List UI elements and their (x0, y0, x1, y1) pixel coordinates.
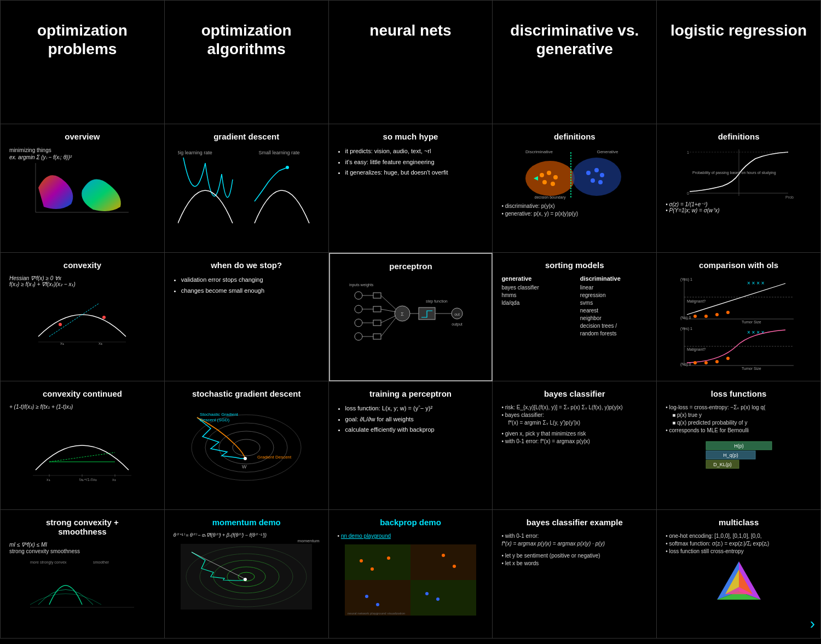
r3c5-visual-bottom: (Yes) 1 (No) 0 Tumor Size Malignant? × ×… (666, 324, 812, 371)
svg-text:x₂: x₂ (99, 341, 102, 346)
r3c2-bullets: validation error stops changing changes … (174, 275, 320, 295)
r5c1-f1: mI ≤ ∇²f(x) ≤ MI (9, 542, 155, 548)
cell-r4c2: stochastic gradient descent Stochastic G… (165, 381, 329, 510)
main-grid: optimization problems optimization algor… (0, 0, 821, 639)
cell-r4c3: training a perceptron loss function: L(x… (329, 381, 493, 510)
svg-point-38 (355, 319, 362, 327)
r4c4-b3: f*(x) = argmin Σᵧ L(y, y')p(y'|x) (508, 419, 647, 427)
svg-point-85 (726, 357, 730, 360)
r3c1-f2: f(x₂) ≥ f(x₁) + ∇f(x₁)(x₂ − x₁) (9, 281, 155, 287)
svg-point-133 (365, 595, 368, 598)
r5c1-visual: x more strongly convex smoother (9, 555, 155, 610)
svg-text:Descent (SGD): Descent (SGD) (200, 417, 230, 422)
svg-rect-124 (345, 580, 410, 616)
cell-r2c3: so much hype it predicts: vision, audio,… (329, 124, 493, 253)
svg-text:Probability of passing based o: Probability of passing based on hours of… (692, 171, 776, 175)
r5c5-visual (666, 559, 812, 608)
cell-r2c2: gradient descent Big learning rate Small… (165, 124, 329, 253)
cell-r3c3: perceptron inputs weights (329, 253, 493, 381)
r4c2-title: stochastic gradient descent (174, 389, 320, 398)
r4c3-b1: loss function: L(x, y; w) = (yˆ− y)² (345, 404, 484, 414)
r2c4-b1: • discriminative: p(y|x) (501, 202, 647, 210)
cell-r1c4: discriminative vs. generative (493, 1, 657, 124)
r4c3-bullets: loss function: L(x, y; w) = (yˆ− y)² goa… (338, 404, 484, 435)
r3c4-gen-item3: lda/qda (501, 299, 569, 307)
r3c4-gen-item2: hmms (501, 292, 569, 299)
svg-text:Big learning rate: Big learning rate (178, 150, 212, 155)
r3c3-title: perceptron (339, 262, 483, 271)
r3c4-disc-item6: decision trees / (580, 322, 647, 330)
svg-text:1: 1 (687, 150, 689, 154)
cell-r1c3: neural nets (329, 1, 493, 124)
svg-text:× × × ×: × × × × (747, 329, 765, 335)
svg-point-13 (572, 158, 621, 196)
svg-point-132 (436, 597, 440, 601)
r4c5-b3: ■ q(x) predicted probability of y (672, 419, 812, 427)
header-title-5: logistic regression (670, 10, 807, 40)
r3c4-disc-item4: nearest (580, 307, 647, 315)
svg-point-72 (715, 313, 719, 316)
svg-rect-123 (410, 544, 476, 580)
svg-point-8 (540, 173, 544, 177)
svg-point-95 (192, 415, 301, 480)
r5c3-link[interactable]: nn demo playground (341, 533, 391, 539)
r5c2-visual (174, 544, 320, 610)
next-arrow[interactable]: › (810, 615, 815, 633)
r2c5-f2: • P(Y=1|x; w) = σ(wᵀx) (666, 207, 812, 213)
svg-point-17 (591, 178, 595, 183)
r4c1-f1: + (1-t)f(x₂) ≥ f(tx₁ + (1-t)x₂) (9, 404, 155, 410)
svg-point-134 (376, 603, 379, 606)
r3c4-disc-item2: regression (580, 292, 647, 299)
r4c4-title: bayes classifier (501, 389, 647, 398)
r4c5-b2: ■ p(x) true y (672, 411, 812, 419)
svg-text:(No) 0: (No) 0 (680, 316, 691, 320)
r2c5-f1: • σ(z) = 1/(1+e⁻ᶻ) (666, 201, 812, 207)
r5c2-title: momentum demo (174, 518, 320, 527)
svg-point-16 (600, 173, 604, 177)
r5c4-b3: • let y be sentiment (positive or negati… (501, 552, 647, 560)
r4c4-b5: • with 0-1 error: f*(x) = argmax p(y|x) (501, 438, 647, 445)
svg-text:Stochastic Gradient: Stochastic Gradient (200, 412, 239, 417)
r5c3-bullet: • nn demo playground (338, 532, 484, 540)
svg-text:× × × ×: × × × × (747, 280, 765, 286)
cell-r1c2: optimization algorithms (165, 1, 329, 124)
svg-point-39 (355, 333, 362, 340)
r4c2-visual: Stochastic Gradient Descent (SGD) Gradie… (174, 404, 320, 486)
r5c3-title: backprop demo (338, 518, 484, 527)
svg-rect-43 (373, 334, 381, 339)
svg-point-73 (726, 311, 730, 314)
r3c4-discriminative: discriminative linear regression svms ne… (580, 275, 647, 338)
svg-text:Small learning rate: Small learning rate (259, 150, 300, 155)
svg-text:W: W (242, 464, 247, 469)
r3c4-gen-item1: bayes classifier (501, 284, 569, 292)
r5c5-b3: • loss function still cross-entropy (666, 548, 812, 555)
header-title-2: optimization algorithms (201, 10, 292, 58)
header-title-1: optimization problems (37, 10, 128, 58)
cell-r1c5: logistic regression (657, 1, 821, 124)
r5c4-b4: • let x be words (501, 560, 647, 567)
r3c1-title: convexity (9, 260, 155, 270)
svg-point-71 (704, 315, 708, 318)
svg-rect-40 (373, 293, 381, 298)
r4c1-title: convexity continued (9, 389, 155, 398)
svg-point-30 (59, 323, 62, 326)
svg-text:output: output (452, 322, 463, 327)
cell-r4c5: loss functions • log-loss = cross-entrop… (657, 381, 821, 510)
r3c5-title: comparison with ols (666, 260, 812, 270)
r2c1-formula: ex. argmin Σ (yᵢ − f(xᵢ; θ))² (9, 154, 155, 160)
svg-line-53 (381, 318, 396, 336)
svg-point-126 (360, 559, 363, 562)
r2c2-title: gradient descent (174, 132, 320, 141)
r3c4-disc-item5: neighbor (580, 315, 647, 322)
r5c1-f2: strong convexity smoothness (9, 548, 155, 555)
svg-text:x₁: x₁ (60, 341, 64, 346)
svg-text:(Yes) 1: (Yes) 1 (680, 277, 692, 282)
r3c5-visual-top: (Yes) 1 (No) 0 Tumor Size Malignant? × ×… (666, 275, 812, 324)
r3c2-title: when do we stop? (174, 260, 320, 270)
svg-rect-125 (410, 580, 476, 616)
r5c5-b1: • one-hot encoding: [1,0,0], [0,1,0], [0… (666, 532, 812, 540)
svg-text:neural network playground visu: neural network playground visualization (348, 612, 405, 615)
svg-point-15 (594, 168, 599, 172)
svg-point-127 (371, 567, 374, 571)
r4c4-b2: • bayes classifier: (501, 411, 647, 419)
